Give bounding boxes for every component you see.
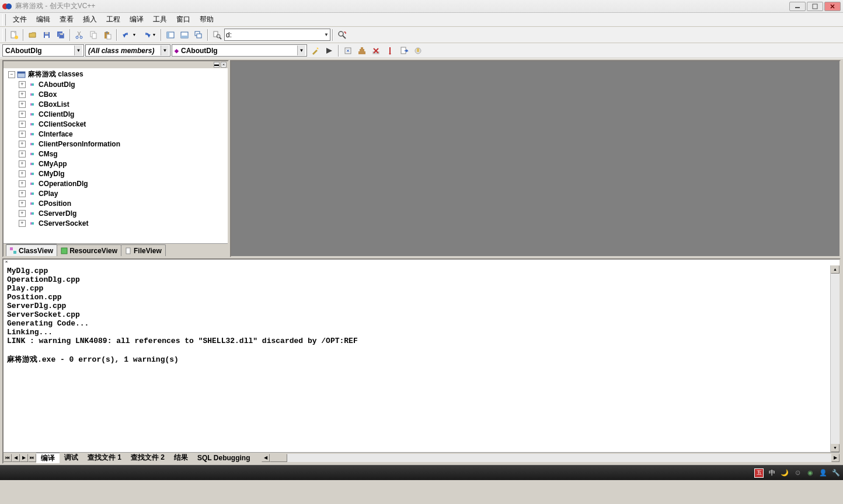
toolbar-gripper[interactable] (2, 29, 6, 41)
tray-wrench-icon[interactable]: 🔧 (831, 468, 841, 478)
output-button[interactable] (178, 29, 191, 41)
output-tab-debug[interactable]: 调试 (60, 453, 83, 463)
tab-nav-last[interactable]: ⏭ (28, 454, 36, 462)
window-list-button[interactable] (192, 29, 205, 41)
new-file-button[interactable] (8, 29, 20, 41)
tree-class-item[interactable]: +CBox (5, 89, 227, 99)
undo-button[interactable]: ▼ (119, 29, 139, 41)
output-tab-find1[interactable]: 查找文件 1 (83, 453, 126, 463)
output-tab-sql[interactable]: SQL Debugging (193, 454, 255, 462)
output-hscrollbar[interactable]: ◀ ▶ (262, 454, 839, 462)
expand-icon[interactable]: + (19, 220, 26, 227)
stop-build-button[interactable] (370, 44, 382, 57)
expand-icon[interactable]: + (19, 111, 26, 118)
hscroll-thumb[interactable] (270, 454, 287, 462)
hscroll-left-button[interactable]: ◀ (262, 454, 270, 462)
redo-button[interactable]: ▼ (139, 29, 159, 41)
menu-insert[interactable]: 插入 (78, 13, 102, 26)
expand-icon[interactable]: + (19, 150, 26, 158)
copy-button[interactable] (87, 29, 100, 41)
tree-class-item[interactable]: +CAboutDlg (5, 79, 227, 89)
class-tree[interactable]: − 麻将游戏 classes +CAboutDlg+CBox+CBoxList+… (4, 68, 228, 243)
tab-nav-first[interactable]: ⏮ (4, 454, 12, 462)
execute-button[interactable] (384, 44, 396, 57)
output-text[interactable]: MyDlg.cpp OperationDlg.cpp Play.cpp Posi… (4, 265, 830, 452)
output-tab-results[interactable]: 结果 (169, 453, 193, 463)
tab-resourceview[interactable]: ResourceView (57, 244, 121, 256)
tray-ime-icon[interactable]: 中 (767, 468, 776, 478)
workspace-button[interactable] (164, 29, 177, 41)
compile-button[interactable] (342, 44, 354, 57)
tab-fileview[interactable]: FileView (121, 244, 166, 256)
expand-icon[interactable]: + (19, 210, 26, 217)
tab-classview[interactable]: ClassView (6, 244, 57, 256)
menu-file[interactable]: 文件 (8, 13, 32, 26)
expand-icon[interactable]: + (19, 101, 26, 108)
tree-class-item[interactable]: +CServerDlg (5, 208, 227, 218)
scroll-up-button[interactable]: ▲ (831, 265, 839, 274)
expand-icon[interactable]: + (19, 170, 26, 177)
tree-class-item[interactable]: +CClientDlg (5, 109, 227, 119)
menu-window[interactable]: 窗口 (172, 13, 195, 26)
find-in-files-button[interactable] (211, 29, 224, 41)
tree-class-item[interactable]: +ClientPersonInformation (5, 139, 227, 149)
go-button[interactable] (398, 44, 410, 57)
tray-icon-3[interactable]: ◉ (806, 468, 815, 478)
tree-class-item[interactable]: +CPosition (5, 198, 227, 208)
expand-icon[interactable]: + (19, 121, 26, 128)
save-button[interactable] (40, 29, 53, 41)
collapse-icon[interactable]: − (8, 71, 15, 78)
expand-icon[interactable]: + (19, 180, 26, 187)
expand-icon[interactable]: + (19, 160, 26, 167)
expand-icon[interactable]: + (19, 91, 26, 98)
workspace-close-button[interactable]: × (221, 62, 227, 68)
menubar-gripper[interactable] (2, 14, 6, 26)
tree-root[interactable]: − 麻将游戏 classes (5, 69, 227, 79)
tray-moon-icon[interactable]: 🌙 (780, 468, 789, 478)
find-button[interactable] (336, 29, 349, 41)
cut-button[interactable] (73, 29, 86, 41)
tree-class-item[interactable]: +CMyApp (5, 159, 227, 169)
tree-class-item[interactable]: +CPlay (5, 188, 227, 198)
tree-class-item[interactable]: +CMsg (5, 149, 227, 159)
tree-class-item[interactable]: +COperationDlg (5, 178, 227, 188)
menu-view[interactable]: 查看 (55, 13, 78, 26)
wizard-arrow-button[interactable] (323, 44, 336, 57)
minimize-button[interactable] (789, 2, 806, 11)
tab-nav-prev[interactable]: ◀ (12, 454, 20, 462)
tray-icon-2[interactable]: ⊙ (793, 468, 802, 478)
member-combo[interactable]: ◆CAboutDlg▼ (172, 44, 307, 57)
expand-icon[interactable]: + (19, 81, 26, 88)
tree-class-item[interactable]: +CInterface (5, 129, 227, 139)
filter-combo[interactable]: (All class members)▼ (85, 44, 170, 57)
wizard-action-button[interactable] (309, 44, 322, 57)
maximize-button[interactable] (807, 2, 823, 11)
output-close-button[interactable]: × (4, 260, 9, 265)
tray-icon-1[interactable]: 五 (754, 468, 764, 478)
dropdown-arrow-icon[interactable]: ▼ (161, 46, 169, 55)
expand-icon[interactable]: + (19, 190, 26, 197)
tree-class-item[interactable]: +CServerSocket (5, 218, 227, 228)
menu-project[interactable]: 工程 (102, 13, 125, 26)
open-button[interactable] (26, 29, 39, 41)
expand-icon[interactable]: + (19, 141, 26, 148)
menu-tools[interactable]: 工具 (148, 13, 172, 26)
dropdown-arrow-icon[interactable]: ▼ (297, 46, 305, 55)
workspace-dock-button[interactable]: ▬ (214, 62, 220, 68)
output-tab-find2[interactable]: 查找文件 2 (126, 453, 169, 463)
paste-button[interactable] (101, 29, 114, 41)
menu-edit[interactable]: 编辑 (32, 13, 55, 26)
close-button[interactable] (824, 2, 841, 11)
breakpoint-button[interactable] (412, 44, 424, 57)
class-combo[interactable]: CAboutDlg▼ (2, 44, 84, 57)
build-button[interactable] (356, 44, 368, 57)
tray-user-icon[interactable]: 👤 (818, 468, 828, 478)
tab-nav-next[interactable]: ▶ (20, 454, 28, 462)
menu-build[interactable]: 编译 (125, 13, 148, 26)
save-all-button[interactable] (54, 29, 67, 41)
expand-icon[interactable]: + (19, 200, 26, 207)
menu-help[interactable]: 帮助 (195, 13, 218, 26)
tree-class-item[interactable]: +CBoxList (5, 99, 227, 109)
tree-class-item[interactable]: +CMyDlg (5, 169, 227, 178)
output-tab-build[interactable]: 编译 (36, 453, 60, 463)
